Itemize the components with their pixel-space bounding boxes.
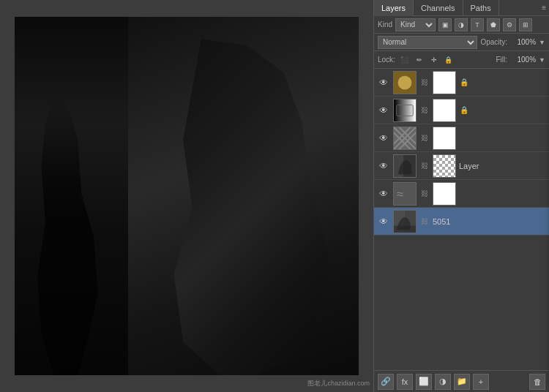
svg-point-1 — [398, 75, 412, 89]
tab-layers[interactable]: Layers — [374, 0, 414, 16]
layer-mask-thumb — [433, 182, 456, 206]
tab-paths[interactable]: Paths — [463, 0, 499, 16]
svg-rect-2 — [394, 99, 416, 121]
link-layers-btn[interactable]: 🔗 — [378, 374, 394, 390]
canvas-area: 图老儿chazidian.com — [0, 0, 373, 392]
opacity-label: Opacity: — [480, 38, 507, 46]
filter-smart-icon[interactable]: ⚙ — [503, 18, 516, 31]
filter-shape-icon[interactable]: ⬟ — [487, 18, 500, 31]
lock-position-btn[interactable]: ✛ — [427, 53, 441, 67]
kind-select[interactable]: Kind — [395, 18, 436, 31]
new-layer-btn[interactable]: + — [473, 374, 489, 390]
filter-pixel-icon[interactable]: ▣ — [438, 18, 452, 31]
filter-extra-icon[interactable]: ⊞ — [519, 18, 532, 31]
layer-chain-icon: ⛓ — [419, 78, 430, 88]
layer-thumbnail — [393, 210, 417, 233]
fill-value: 100% — [510, 56, 536, 64]
canvas-right — [128, 17, 359, 375]
panel-menu-icon[interactable]: ≡ — [542, 4, 546, 12]
svg-text:≈: ≈ — [397, 186, 403, 200]
add-mask-btn[interactable]: ⬜ — [416, 374, 432, 390]
filter-adjustment-icon[interactable]: ◑ — [455, 18, 468, 31]
fill-label: Fill: — [496, 56, 508, 64]
layer-item[interactable]: 👁 ⛓ 🔒 — [374, 69, 549, 97]
layer-visibility-icon[interactable]: 👁 — [377, 76, 390, 89]
canvas-container — [15, 17, 359, 375]
layer-thumbnail — [393, 127, 417, 150]
blend-mode-row: Normal Opacity: 100% ▼ — [374, 34, 549, 51]
layer-visibility-icon[interactable]: 👁 — [377, 215, 390, 228]
layer-visibility-icon[interactable]: 👁 — [377, 187, 390, 200]
lock-all-btn[interactable]: 🔒 — [442, 53, 455, 67]
delete-layer-btn[interactable]: 🗑 — [529, 374, 545, 390]
tab-channels[interactable]: Channels — [414, 0, 463, 16]
layer-thumbnail — [393, 154, 417, 178]
figure-silhouette-left — [29, 97, 110, 375]
layer-mask-thumb — [433, 99, 456, 122]
panel-bottom-toolbar: 🔗 fx ⬜ ◑ 📁 + 🗑 — [374, 370, 549, 392]
kind-row: Kind Kind ▣ ◑ T ⬟ ⚙ ⊞ — [374, 16, 549, 34]
lock-label: Lock: — [378, 56, 395, 64]
layer-mask-thumb — [433, 154, 456, 178]
fill-dropdown-icon[interactable]: ▼ — [539, 56, 545, 64]
layer-lock-icon: 🔒 — [459, 105, 469, 116]
add-style-btn[interactable]: fx — [397, 374, 413, 390]
new-adjustment-btn[interactable]: ◑ — [435, 374, 451, 390]
layers-list: 👁 ⛓ 🔒 👁 ⛓ 🔒 👁 ⛓ — [374, 69, 549, 370]
layer-name: 5051 — [433, 217, 546, 226]
layer-thumbnail — [393, 99, 417, 122]
opacity-value: 100% — [510, 38, 536, 46]
layer-chain-icon: ⛓ — [419, 133, 430, 143]
layer-mask-thumb — [433, 71, 456, 94]
layer-visibility-icon[interactable]: 👁 — [377, 132, 390, 145]
lock-row: Lock: ⬛ ✏ ✛ 🔒 Fill: 100% ▼ — [374, 51, 549, 69]
opacity-dropdown-icon[interactable]: ▼ — [539, 39, 545, 46]
canvas-left — [15, 17, 128, 375]
kind-label: Kind — [378, 20, 392, 29]
layer-visibility-icon[interactable]: 👁 — [377, 159, 390, 173]
blend-mode-select[interactable]: Normal — [378, 36, 477, 49]
layer-chain-icon: ⛓ — [419, 216, 430, 227]
layer-chain-icon: ⛓ — [419, 105, 430, 116]
layer-item[interactable]: 👁 ⛓ 🔒 — [374, 97, 549, 124]
watermark: 图老儿chazidian.com — [307, 379, 370, 388]
figure-silhouette-right — [165, 39, 348, 375]
lock-pixels-btn[interactable]: ✏ — [413, 53, 426, 67]
layer-item[interactable]: 👁 ⛓ — [374, 124, 549, 152]
panel-tabs: Layers Channels Paths ≡ — [374, 0, 549, 16]
layers-panel: Layers Channels Paths ≡ Kind Kind ▣ ◑ T … — [373, 0, 549, 392]
svg-rect-11 — [394, 225, 416, 232]
layer-chain-icon: ⛓ — [419, 189, 430, 199]
layer-visibility-icon[interactable]: 👁 — [377, 104, 390, 117]
panel-tab-icons: ≡ — [542, 4, 549, 12]
layer-item[interactable]: 👁 ⛓ 5051 — [374, 208, 549, 235]
layer-chain-icon: ⛓ — [419, 161, 430, 171]
layer-thumbnail: ≈ — [393, 182, 417, 206]
lock-transparent-btn[interactable]: ⬛ — [398, 53, 411, 67]
layer-item[interactable]: 👁 ≈ ⛓ — [374, 180, 549, 208]
layer-mask-thumb — [433, 127, 456, 150]
new-group-btn[interactable]: 📁 — [454, 374, 470, 390]
layer-name: Layer — [459, 162, 546, 170]
filter-text-icon[interactable]: T — [471, 18, 484, 31]
layer-item[interactable]: 👁 ⛓ Layer — [374, 152, 549, 180]
layer-thumbnail — [393, 71, 417, 94]
lock-icons: ⬛ ✏ ✛ 🔒 — [398, 53, 493, 67]
layer-lock-icon: 🔒 — [459, 78, 469, 88]
